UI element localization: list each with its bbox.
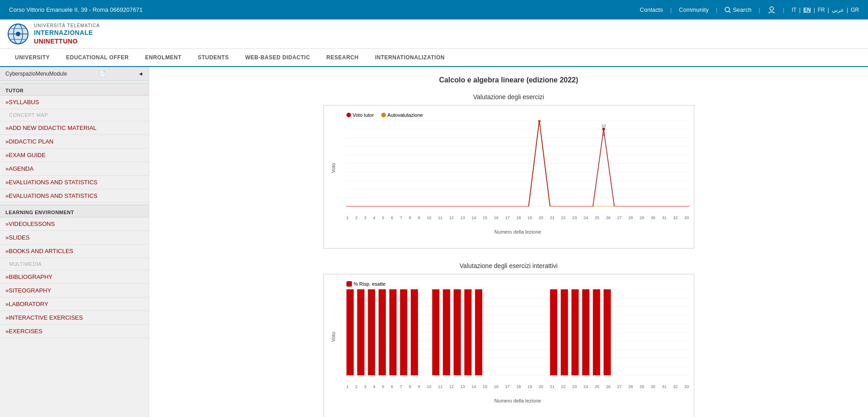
legend-tutor-label: Voto tutor bbox=[353, 112, 374, 118]
top-bar-right: Contacts | Community | Search | | IT | E… bbox=[640, 6, 859, 14]
legend-risp: % Risp. esatte bbox=[346, 281, 386, 287]
logo-line3: UNINETTUNO bbox=[34, 37, 100, 45]
sidebar-item-eval-stats-2[interactable]: »EVALUATIONS AND STATISTICS bbox=[0, 189, 149, 203]
sidebar-item-slides[interactable]: »SLIDES bbox=[0, 231, 149, 244]
sidebar-section-learning: LEARNING ENVIRONMENT bbox=[0, 205, 149, 217]
lang-fr[interactable]: FR bbox=[818, 7, 825, 13]
sidebar-item-bibliography[interactable]: »BIBLIOGRAPHY bbox=[0, 270, 149, 284]
nav-research[interactable]: RESEARCH bbox=[318, 48, 367, 67]
lang-ar[interactable]: عربي bbox=[832, 7, 844, 13]
sidebar-item-didactic-plan[interactable]: »DIDACTIC PLAN bbox=[0, 135, 149, 149]
chart1-legend: Voto tutor Autovalutazione bbox=[346, 112, 689, 118]
search-icon bbox=[725, 7, 731, 13]
nav-internationalization[interactable]: INTERNATIONALIZATION bbox=[367, 48, 453, 67]
svg-rect-122 bbox=[593, 289, 600, 375]
svg-rect-118 bbox=[571, 289, 579, 375]
sidebar-item-exam-guide[interactable]: »EXAM GUIDE bbox=[0, 149, 149, 162]
sidebar-item-interactive-exercises[interactable]: »INTERACTIVE EXERCISES bbox=[0, 311, 149, 325]
logo-line2: INTERNAZIONALE bbox=[34, 29, 100, 37]
chart2-x-labels: 1234567891011121314151617181920212223242… bbox=[346, 384, 689, 389]
chart2-area: Voto 0 bbox=[346, 289, 689, 389]
sidebar-header: CyberspazioMenuModule 📄 ◄ bbox=[0, 67, 149, 81]
nav-enrolment[interactable]: ENROLMENT bbox=[137, 48, 190, 67]
sidebar-item-videolessons[interactable]: »VIDEOLESSONS bbox=[0, 217, 149, 231]
legend-tutor-dot bbox=[346, 113, 351, 117]
chart2-title: Valutazione degli esercizi interattivi bbox=[163, 262, 854, 269]
chart1-x-axis-label: Numero della lezione bbox=[346, 229, 689, 235]
sidebar-item-exercises[interactable]: »EXERCISES bbox=[0, 325, 149, 338]
legend-tutor: Voto tutor bbox=[346, 112, 374, 118]
logo-text: UNIVERSITÀ TELEMATICA INTERNAZIONALE UNI… bbox=[34, 23, 100, 45]
svg-rect-100 bbox=[400, 289, 407, 375]
globe-logo bbox=[7, 23, 29, 45]
sidebar-item-eval-stats-1[interactable]: »EVALUATIONS AND STATISTICS bbox=[0, 176, 149, 189]
top-bar: Corso Vittorio Emanuele II, 39 - Roma 06… bbox=[0, 0, 868, 19]
sidebar-item-syllabus[interactable]: »SYLLABUS bbox=[0, 96, 149, 109]
sidebar-item-concept-map: CONCEPT MAP bbox=[0, 109, 149, 121]
svg-rect-92 bbox=[357, 289, 364, 375]
search-button[interactable]: Search bbox=[725, 6, 751, 13]
svg-rect-104 bbox=[432, 289, 439, 375]
user-icon[interactable] bbox=[768, 6, 776, 14]
language-switcher[interactable]: IT | EN | FR | عربي | GR bbox=[792, 7, 859, 13]
legend-auto: Autovalutazione bbox=[381, 112, 423, 118]
svg-rect-108 bbox=[453, 289, 460, 375]
lang-it[interactable]: IT bbox=[792, 7, 797, 13]
nav-university[interactable]: UNIVERSITY bbox=[7, 48, 58, 67]
nav-educational-offer[interactable]: EDUCATIONAL OFFER bbox=[58, 48, 137, 67]
sidebar: CyberspazioMenuModule 📄 ◄ TUTOR »SYLLABU… bbox=[0, 67, 149, 417]
svg-rect-124 bbox=[603, 289, 611, 375]
svg-text:10: 10 bbox=[601, 124, 606, 128]
svg-rect-106 bbox=[443, 289, 450, 375]
layout: CyberspazioMenuModule 📄 ◄ TUTOR »SYLLABU… bbox=[0, 67, 868, 417]
community-link[interactable]: Community bbox=[679, 6, 709, 13]
sidebar-section-tutor: TUTOR bbox=[0, 83, 149, 96]
chart2-y-label: Voto bbox=[331, 332, 336, 342]
lang-en[interactable]: EN bbox=[803, 7, 811, 13]
sidebar-item-books[interactable]: »BOOKS AND ARTICLES bbox=[0, 244, 149, 258]
svg-rect-112 bbox=[475, 289, 482, 375]
svg-point-0 bbox=[725, 7, 730, 12]
legend-risp-dot bbox=[346, 281, 352, 287]
svg-rect-116 bbox=[560, 289, 568, 375]
sidebar-module-label: CyberspazioMenuModule bbox=[5, 71, 67, 77]
chart1-title: Valutazione degli esercizi bbox=[163, 93, 854, 101]
svg-rect-120 bbox=[582, 289, 589, 375]
legend-auto-dot bbox=[381, 113, 386, 117]
chart1-svg: 0 1 2 3 4 5 6 7 8 9 10 bbox=[346, 120, 689, 206]
logo-area: UNIVERSITÀ TELEMATICA INTERNAZIONALE UNI… bbox=[0, 23, 149, 45]
chart2-section: Valutazione degli esercizi interattivi %… bbox=[163, 262, 854, 417]
svg-point-35 bbox=[538, 120, 541, 122]
chart2-container: % Risp. esatte Voto bbox=[323, 274, 694, 417]
chart2-legend: % Risp. esatte bbox=[346, 281, 689, 287]
nav-web-based-didactic[interactable]: WEB-BASED DIDACTIC bbox=[237, 48, 318, 67]
svg-point-2 bbox=[770, 7, 773, 10]
svg-point-9 bbox=[16, 32, 20, 36]
legend-auto-label: Autovalutazione bbox=[388, 112, 423, 118]
search-label: Search bbox=[733, 6, 751, 13]
nav-bar: UNIVERSITY EDUCATIONAL OFFER ENROLMENT S… bbox=[0, 49, 868, 67]
sidebar-item-laboratory[interactable]: »LABORATORY bbox=[0, 297, 149, 311]
sidebar-item-multimedia: MULTIMEDIA bbox=[0, 258, 149, 270]
chart1-y-label: Voto bbox=[331, 163, 336, 173]
svg-text:9: 9 bbox=[602, 132, 605, 137]
svg-rect-90 bbox=[346, 289, 354, 375]
chart1-x-labels: 1234567891011121314151617181920212223242… bbox=[346, 216, 689, 220]
svg-rect-102 bbox=[411, 289, 418, 375]
nav-students[interactable]: STUDENTS bbox=[190, 48, 237, 67]
chart2-svg: 0 10 20 30 40 50 60 70 80 90 100 bbox=[346, 289, 689, 375]
chart1-area: Voto 0 bbox=[346, 120, 689, 220]
contacts-link[interactable]: Contacts bbox=[640, 6, 663, 13]
lang-gr[interactable]: GR bbox=[851, 7, 859, 13]
address: Corso Vittorio Emanuele II, 39 - Roma 06… bbox=[9, 6, 142, 13]
svg-rect-110 bbox=[464, 289, 471, 375]
sidebar-collapse-button[interactable]: ◄ bbox=[138, 71, 143, 77]
chart2-x-axis-label: Numero della lezione bbox=[346, 398, 689, 403]
sidebar-page-icon: 📄 bbox=[99, 71, 106, 77]
header: UNIVERSITÀ TELEMATICA INTERNAZIONALE UNI… bbox=[0, 19, 868, 49]
sidebar-item-add-didactic[interactable]: »ADD NEW DIDACTIC MATERIAL bbox=[0, 121, 149, 135]
logo-line1: UNIVERSITÀ TELEMATICA bbox=[34, 23, 100, 29]
sidebar-item-siteography[interactable]: »SITEOGRAPHY bbox=[0, 284, 149, 297]
svg-point-36 bbox=[602, 128, 605, 130]
sidebar-item-agenda[interactable]: »AGENDA bbox=[0, 162, 149, 176]
